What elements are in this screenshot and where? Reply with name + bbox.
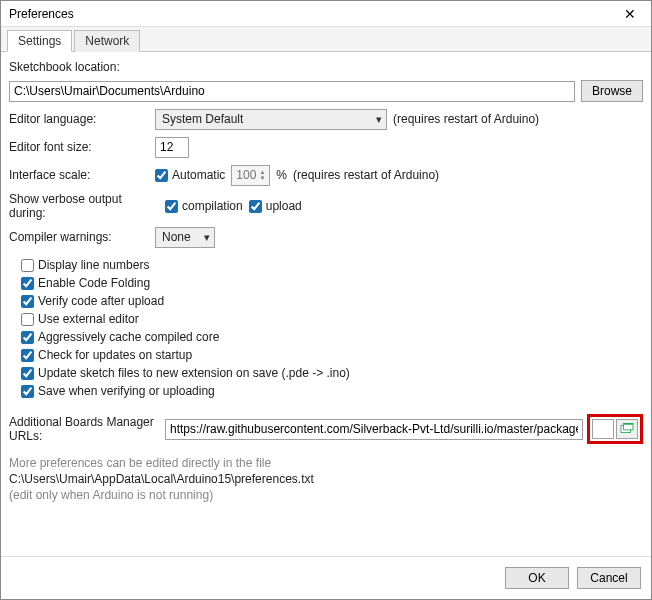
highlight-box [587, 414, 643, 444]
editor-language-label: Editor language: [9, 112, 149, 126]
save-when-verifying-label: Save when verifying or uploading [38, 384, 215, 398]
tab-network[interactable]: Network [74, 30, 140, 52]
automatic-checkbox[interactable]: Automatic [155, 168, 225, 182]
footnotes: More preferences can be edited directly … [9, 456, 643, 502]
scale-percent-spinner[interactable]: 100 ▲▼ [231, 165, 270, 186]
compilation-checkbox-label: compilation [182, 199, 243, 213]
upload-checkbox-label: upload [266, 199, 302, 213]
update-sketch-ext-label: Update sketch files to new extension on … [38, 366, 350, 380]
titlebar: Preferences ✕ [1, 1, 651, 27]
compiler-warnings-label: Compiler warnings: [9, 230, 149, 244]
enable-code-folding-label: Enable Code Folding [38, 276, 150, 290]
verbose-label: Show verbose output during: [9, 192, 159, 220]
interface-scale-hint: (requires restart of Arduino) [293, 168, 439, 182]
edit-only-note: (edit only when Arduino is not running) [9, 488, 643, 502]
open-urls-dialog-button[interactable] [616, 419, 638, 439]
verify-after-upload-label: Verify code after upload [38, 294, 164, 308]
check-updates-input[interactable] [21, 349, 34, 362]
compiler-warnings-select[interactable]: None [155, 227, 215, 248]
close-button[interactable]: ✕ [615, 3, 645, 25]
spinner-arrows-icon: ▲▼ [259, 169, 265, 181]
tab-settings[interactable]: Settings [7, 30, 72, 52]
upload-checkbox[interactable]: upload [249, 199, 302, 213]
percent-sign: % [276, 168, 287, 182]
use-external-editor-checkbox[interactable]: Use external editor [21, 312, 643, 326]
compilation-checkbox-input[interactable] [165, 200, 178, 213]
verify-after-upload-checkbox[interactable]: Verify code after upload [21, 294, 643, 308]
save-when-verifying-input[interactable] [21, 385, 34, 398]
svg-rect-2 [624, 423, 633, 425]
additional-urls-input[interactable] [165, 419, 583, 440]
window-icon [620, 423, 634, 435]
verify-after-upload-input[interactable] [21, 295, 34, 308]
check-updates-checkbox[interactable]: Check for updates on startup [21, 348, 643, 362]
enable-code-folding-checkbox[interactable]: Enable Code Folding [21, 276, 643, 290]
editor-language-hint: (requires restart of Arduino) [393, 112, 539, 126]
automatic-checkbox-input[interactable] [155, 169, 168, 182]
aggressively-cache-label: Aggressively cache compiled core [38, 330, 219, 344]
use-external-editor-input[interactable] [21, 313, 34, 326]
display-line-numbers-checkbox[interactable]: Display line numbers [21, 258, 643, 272]
upload-checkbox-input[interactable] [249, 200, 262, 213]
more-prefs-note: More preferences can be edited directly … [9, 456, 643, 470]
font-size-label: Editor font size: [9, 140, 149, 154]
font-size-input[interactable] [155, 137, 189, 158]
settings-panel: Sketchbook location: Browse Editor langu… [1, 52, 651, 556]
browse-button[interactable]: Browse [581, 80, 643, 102]
button-bar: OK Cancel [1, 556, 651, 599]
urls-blank-button[interactable] [592, 419, 614, 439]
close-icon: ✕ [624, 6, 636, 22]
additional-urls-label: Additional Boards Manager URLs: [9, 415, 161, 443]
sketchbook-label: Sketchbook location: [9, 60, 643, 74]
ok-button[interactable]: OK [505, 567, 569, 589]
automatic-checkbox-label: Automatic [172, 168, 225, 182]
sketchbook-path-input[interactable] [9, 81, 575, 102]
scale-percent-value: 100 [236, 168, 256, 182]
save-when-verifying-checkbox[interactable]: Save when verifying or uploading [21, 384, 643, 398]
editor-language-value: System Default [162, 112, 243, 126]
aggressively-cache-input[interactable] [21, 331, 34, 344]
update-sketch-ext-checkbox[interactable]: Update sketch files to new extension on … [21, 366, 643, 380]
compilation-checkbox[interactable]: compilation [165, 199, 243, 213]
window-title: Preferences [9, 7, 74, 21]
enable-code-folding-input[interactable] [21, 277, 34, 290]
cancel-button[interactable]: Cancel [577, 567, 641, 589]
interface-scale-label: Interface scale: [9, 168, 149, 182]
compiler-warnings-value: None [162, 230, 191, 244]
display-line-numbers-label: Display line numbers [38, 258, 149, 272]
prefs-file-path: C:\Users\Umair\AppData\Local\Arduino15\p… [9, 472, 643, 486]
use-external-editor-label: Use external editor [38, 312, 139, 326]
aggressively-cache-checkbox[interactable]: Aggressively cache compiled core [21, 330, 643, 344]
display-line-numbers-input[interactable] [21, 259, 34, 272]
preferences-window: Preferences ✕ Settings Network Sketchboo… [0, 0, 652, 600]
tabstrip: Settings Network [1, 27, 651, 52]
options-list: Display line numbers Enable Code Folding… [9, 258, 643, 398]
editor-language-select[interactable]: System Default [155, 109, 387, 130]
check-updates-label: Check for updates on startup [38, 348, 192, 362]
update-sketch-ext-input[interactable] [21, 367, 34, 380]
